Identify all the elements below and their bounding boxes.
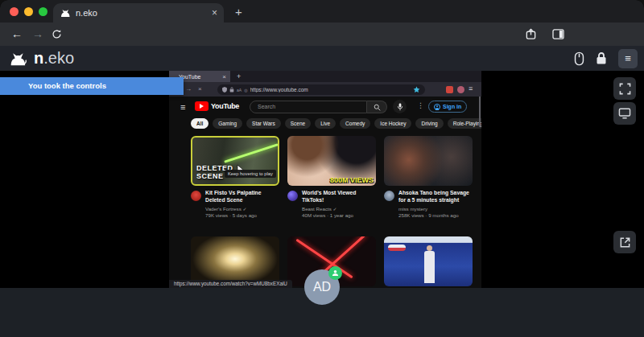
remote-tabstrip: YouTube × + xyxy=(169,71,481,82)
neko-cat-logo xyxy=(8,51,27,67)
youtube-video-grid: DELETED SCENE Keep hovering to play Kit … xyxy=(191,136,473,218)
adblock-extension-icon[interactable] xyxy=(446,86,453,93)
stream-stage: YouTube × + ← → × aA ◎ https://www.youtu… xyxy=(0,71,644,288)
search-icon xyxy=(374,104,381,111)
traffic-minimize-icon[interactable] xyxy=(24,7,33,16)
monitor-icon xyxy=(618,108,631,119)
tracking-shield-icon xyxy=(222,87,227,92)
tab-close-icon[interactable]: × xyxy=(212,8,217,18)
extension-icon[interactable] xyxy=(457,86,464,93)
link-status-bar: https://www.youtube.com/watch?v=wMU8bxEX… xyxy=(169,280,292,288)
youtube-chip-row: All Gaming Star Wars Scene Live Comedy I… xyxy=(191,118,481,129)
traffic-close-icon[interactable] xyxy=(10,7,19,16)
youtube-search-input[interactable]: Search xyxy=(250,101,367,113)
remote-stop-icon[interactable]: × xyxy=(198,85,202,92)
video-thumbnail-2[interactable]: 800M VIEWS xyxy=(287,136,376,186)
popout-button[interactable] xyxy=(613,231,636,253)
browser-tabstrip: n.eko × + xyxy=(0,0,644,23)
video-thumbnail-1[interactable]: DELETED SCENE Keep hovering to play xyxy=(191,136,279,186)
video-title[interactable]: Ahsoka Tano being Savage for a 5 minutes… xyxy=(398,190,473,203)
fullscreen-icon xyxy=(619,83,631,95)
bookmark-star-icon[interactable] xyxy=(413,86,420,93)
chip-star-wars[interactable]: Star Wars xyxy=(246,118,281,129)
news-anchor-figure xyxy=(424,251,435,283)
fullscreen-button[interactable] xyxy=(613,77,636,100)
remote-url-text: https://www.youtube.com xyxy=(250,87,411,92)
remote-new-tab-icon[interactable]: + xyxy=(237,72,241,80)
youtube-burger-icon[interactable]: ≡ xyxy=(180,102,185,112)
video-channel[interactable]: miss mystery xyxy=(398,206,473,212)
resolution-button[interactable] xyxy=(613,102,636,125)
neko-app-window: n.eko × + ← → i localhost:8080 Guest ⋮ n… xyxy=(0,0,644,337)
chip-gaming[interactable]: Gaming xyxy=(213,118,242,129)
controls-notification: You took the controls xyxy=(0,77,184,95)
youtube-more-icon[interactable]: ⋮ xyxy=(417,101,424,109)
channel-avatar[interactable] xyxy=(384,191,394,201)
video-thumbnail-6[interactable] xyxy=(384,236,473,286)
video-thumbnail-4[interactable] xyxy=(191,236,279,286)
traffic-zoom-icon[interactable] xyxy=(39,7,47,16)
neko-header: n.eko ≡ xyxy=(0,46,644,71)
chip-all[interactable]: All xyxy=(191,118,208,129)
tab-title: n.eko xyxy=(76,8,207,18)
permission-badge-icon[interactable]: ◎ xyxy=(244,88,247,92)
video-meta: 79K views · 5 days ago xyxy=(205,212,279,218)
video-card-3[interactable]: Ahsoka Tano being Savage for a 5 minutes… xyxy=(384,136,473,218)
chip-live[interactable]: Live xyxy=(315,118,336,129)
neko-cat-favicon xyxy=(60,8,71,18)
video-title[interactable]: World's Most Viewed TikToks! xyxy=(302,190,376,203)
person-icon xyxy=(332,269,339,277)
youtube-wordmark: YouTube xyxy=(211,102,239,110)
news-logo-decoration xyxy=(388,245,406,251)
scrollbar-thumb[interactable] xyxy=(479,97,481,127)
video-title[interactable]: Kit Fisto Vs Palpatine Deleted Scene xyxy=(205,190,279,203)
remote-menu-icon[interactable]: ≡ xyxy=(469,84,473,92)
remote-tab-title: YouTube xyxy=(179,74,219,80)
verified-icon: ✓ xyxy=(242,207,246,212)
https-lock-icon xyxy=(229,87,234,92)
video-channel[interactable]: Vader's Fortress ✓ xyxy=(205,206,279,212)
signin-person-icon xyxy=(434,104,440,110)
youtube-play-icon xyxy=(195,101,208,111)
signin-label: Sign in xyxy=(443,104,461,109)
side-panel-icon[interactable] xyxy=(552,29,564,39)
neko-menu-button[interactable]: ≡ xyxy=(618,49,638,68)
chip-driving[interactable]: Driving xyxy=(415,118,443,129)
chip-role-playing-games[interactable]: Role-Playing Games xyxy=(448,118,481,129)
chip-scene[interactable]: Scene xyxy=(285,118,311,129)
channel-avatar[interactable] xyxy=(287,191,298,201)
browser-toolbar: ← → i localhost:8080 Guest ⋮ xyxy=(0,23,644,46)
chip-comedy[interactable]: Comedy xyxy=(340,118,370,129)
video-thumbnail-3[interactable] xyxy=(384,136,473,186)
remote-screen[interactable]: YouTube × + ← → × aA ◎ https://www.youtu… xyxy=(169,71,481,288)
mic-icon xyxy=(397,103,403,111)
remote-tab-close-icon[interactable]: × xyxy=(222,73,226,80)
browser-tab-neko[interactable]: n.eko × xyxy=(53,3,224,23)
channel-avatar[interactable] xyxy=(191,191,201,201)
remote-forward-icon[interactable]: → xyxy=(185,85,192,92)
video-meta: 258K views · 9 months ago xyxy=(398,212,473,218)
lock-icon[interactable] xyxy=(596,51,607,65)
remote-url-bar[interactable]: aA ◎ https://www.youtube.com xyxy=(217,84,425,95)
chip-ice-hockey[interactable]: Ice Hockey xyxy=(374,118,411,129)
reload-icon[interactable] xyxy=(52,29,62,39)
back-icon[interactable]: ← xyxy=(11,27,23,40)
video-meta: 40M views · 1 year ago xyxy=(302,212,376,218)
green-lightsaber-decoration xyxy=(224,143,279,162)
online-status-badge xyxy=(328,266,342,280)
video-card-2[interactable]: 800M VIEWS World's Most Viewed TikToks! … xyxy=(287,136,376,218)
share-icon[interactable] xyxy=(525,28,537,40)
neko-brand: n.eko xyxy=(8,49,74,68)
verified-icon: ✓ xyxy=(333,207,337,212)
new-tab-button[interactable]: + xyxy=(235,6,242,18)
forward-icon[interactable]: → xyxy=(32,27,43,40)
youtube-search-button[interactable] xyxy=(367,101,387,113)
video-card-1[interactable]: DELETED SCENE Keep hovering to play Kit … xyxy=(191,136,279,218)
neko-brand-text: n.eko xyxy=(34,49,74,68)
youtube-signin-button[interactable]: Sign in xyxy=(428,101,467,113)
reader-badge-icon[interactable]: aA xyxy=(237,88,242,92)
video-channel[interactable]: Beast Reacts ✓ xyxy=(302,206,376,212)
mouse-control-icon[interactable] xyxy=(574,51,584,66)
youtube-mic-button[interactable] xyxy=(393,100,407,113)
youtube-logo[interactable]: YouTube xyxy=(195,101,239,111)
